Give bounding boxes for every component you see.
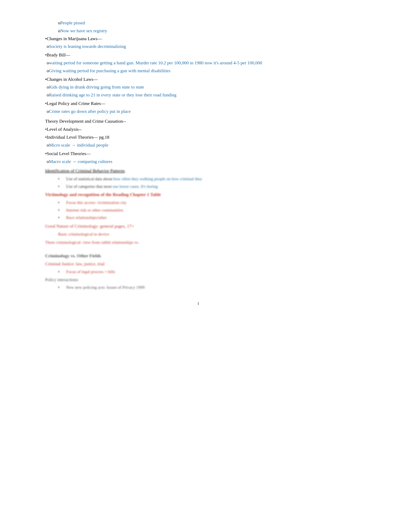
sub-item-text: Macro scale → comparing cultures bbox=[49, 158, 351, 165]
blurred-text: Focus of legal process + bills bbox=[66, 268, 115, 275]
blurred-list-item: • Internet risk or other communities bbox=[45, 207, 351, 214]
blurred-blue-item: Basic criminological to device bbox=[45, 231, 351, 238]
o-bullet: • bbox=[58, 199, 65, 206]
sub-list-item: o Giving waiting period for purchasing a… bbox=[47, 67, 351, 75]
blurred-section: Identification of Criminal Behavior Patt… bbox=[45, 167, 351, 246]
red-header-text: Victimology and recognition of the bbox=[45, 192, 113, 197]
item-label: Individual Level Theories— pg.18 bbox=[47, 135, 109, 140]
item-content: Legal Policy and Crime Rates— o Crime ra… bbox=[47, 100, 351, 116]
sub-list-item: o Crime rates go down after policy put i… bbox=[47, 108, 351, 115]
sub-item-text: Micro scale → individual people bbox=[49, 142, 351, 149]
o-bullet: o bbox=[47, 158, 49, 165]
blurred-text: Race relationships/other bbox=[66, 214, 107, 221]
red-header-bold: Reading Chapter 1 Table bbox=[113, 192, 161, 197]
bullet-icon: • bbox=[45, 100, 47, 116]
list-item: • Changes in Marijuana Laws— o Society i… bbox=[45, 35, 351, 51]
item-label: Level of Analysis-- bbox=[47, 127, 82, 132]
bullet-icon: • bbox=[45, 35, 47, 51]
item-content: Individual Level Theories— pg.18 o Micro… bbox=[47, 134, 351, 150]
list-item: • Level of Analysis-- bbox=[45, 126, 351, 133]
item-text: Now we have sex registry bbox=[60, 27, 351, 35]
o-bullet: o bbox=[58, 27, 60, 35]
sub-item-text: Society is leaning towards decriminalizi… bbox=[49, 43, 351, 50]
sub-item-text: Crime rates go down after policy put in … bbox=[49, 108, 351, 115]
blurred-list-item: • Use of categories that most use lower … bbox=[45, 183, 351, 190]
o-bullet: o bbox=[47, 91, 49, 99]
bullet-icon: • bbox=[45, 126, 47, 133]
o-bullet: • bbox=[58, 183, 65, 190]
initial-sub-list: o People pissed o Now we have sex regist… bbox=[45, 19, 351, 35]
list-item: • Changes in Alcohol Laws— o Kids dying … bbox=[45, 76, 351, 99]
item-content: Brady Bill— o waiting period for someone… bbox=[47, 51, 351, 75]
blurred-red-bottom: Three criminological: view from rabbit r… bbox=[45, 239, 351, 246]
sub-item-text: Raised drinking age to 21 in every state… bbox=[49, 91, 351, 99]
sub-list-item: o Society is leaning towards decriminali… bbox=[47, 43, 351, 50]
blurred-text: Use of categories that most use lower ca… bbox=[66, 183, 158, 190]
theory-header: Theory Development and Crime Causation-- bbox=[45, 118, 351, 125]
sub-list-item: o waiting period for someone getting a h… bbox=[47, 59, 351, 66]
o-bullet: • bbox=[58, 176, 65, 182]
blurred-blue-header: Good Nature of Criminology: general page… bbox=[45, 223, 351, 230]
blurred-section-header: Identification of Criminal Behavior Patt… bbox=[45, 167, 351, 175]
blurred-text: Use of statistical data about how often … bbox=[66, 176, 202, 182]
o-bullet: o bbox=[47, 108, 49, 115]
item-content: Changes in Marijuana Laws— o Society is … bbox=[47, 35, 351, 51]
o-bullet: o bbox=[47, 59, 49, 66]
bullet-icon: • bbox=[45, 51, 47, 75]
policy-header: Policy interactions: bbox=[45, 276, 351, 283]
o-bullet: o bbox=[58, 19, 60, 27]
sub-item-text: waiting period for someone getting a han… bbox=[49, 59, 351, 66]
bullet-icon: • bbox=[45, 76, 47, 99]
blurred-text: Internet risk or other communities bbox=[66, 207, 123, 214]
item-label: Changes in Alcohol Laws— bbox=[47, 77, 98, 82]
o-bullet: o bbox=[47, 43, 49, 50]
blurred-list-item: • Use of statistical data about how ofte… bbox=[45, 176, 351, 182]
o-bullet: • bbox=[58, 207, 65, 214]
bullet-icon: • bbox=[45, 134, 47, 150]
item-content: Social Level Theories— o Macro scale → c… bbox=[47, 150, 351, 166]
o-bullet: o bbox=[47, 84, 49, 91]
item-label: Legal Policy and Crime Rates— bbox=[47, 101, 105, 106]
o-bullet: o bbox=[47, 142, 49, 149]
sub-list-item: o Macro scale → comparing cultures bbox=[47, 158, 351, 165]
o-bullet: o bbox=[47, 67, 49, 75]
list-item: o People pissed bbox=[45, 19, 351, 27]
list-item: • Brady Bill— o waiting period for someo… bbox=[45, 51, 351, 75]
blurred-blue-section: Good Nature of Criminology: general page… bbox=[45, 223, 351, 238]
item-content: Changes in Alcohol Laws— o Kids dying in… bbox=[47, 76, 351, 99]
page-number: 1 bbox=[45, 300, 351, 306]
item-label: Social Level Theories— bbox=[47, 151, 91, 156]
list-item: o Now we have sex registry bbox=[45, 27, 351, 35]
blurred-red-header: Victimology and recognition of the Readi… bbox=[45, 191, 351, 198]
blurred-list-item: • Focus of legal process + bills bbox=[45, 268, 351, 275]
item-content: Level of Analysis-- bbox=[47, 126, 351, 133]
item-text: People pissed bbox=[60, 19, 351, 27]
bullet-icon: • bbox=[45, 150, 47, 166]
sub-list-item: o Raised drinking age to 21 in every sta… bbox=[47, 91, 351, 99]
blurred-text: Focus this access: victimization city bbox=[66, 199, 127, 206]
sub-item-text: Giving waiting period for purchasing a g… bbox=[49, 67, 351, 75]
blurred-list-item: • Race relationships/other bbox=[45, 214, 351, 221]
blurred-list-item: • Focus this access: victimization city bbox=[45, 199, 351, 206]
o-bullet: • bbox=[58, 284, 65, 291]
sub-item-text: Kids dying in drunk driving going from s… bbox=[49, 84, 351, 91]
criminal-justice-header: Criminal Justice: law, justice, trial bbox=[45, 260, 351, 267]
list-item: • Individual Level Theories— pg.18 o Mic… bbox=[45, 134, 351, 150]
o-bullet: • bbox=[58, 268, 65, 275]
criminology-section: Criminology vs. Other Fields Criminal Ju… bbox=[45, 252, 351, 291]
item-label: Brady Bill— bbox=[47, 52, 70, 57]
sub-list-item: o Kids dying in drunk driving going from… bbox=[47, 84, 351, 91]
page-content: o People pissed o Now we have sex regist… bbox=[45, 19, 351, 307]
item-label: Changes in Marijuana Laws— bbox=[47, 36, 102, 41]
o-bullet: • bbox=[58, 214, 65, 221]
criminology-header: Criminology vs. Other Fields bbox=[45, 252, 351, 260]
list-item: • Legal Policy and Crime Rates— o Crime … bbox=[45, 100, 351, 116]
list-item: • Social Level Theories— o Macro scale →… bbox=[45, 150, 351, 166]
blurred-list-item: • New new policing acts: Issues of Priva… bbox=[45, 284, 351, 291]
sub-list-item: o Micro scale → individual people bbox=[47, 142, 351, 149]
blurred-text: New new policing acts: Issues of Privacy… bbox=[66, 284, 145, 291]
